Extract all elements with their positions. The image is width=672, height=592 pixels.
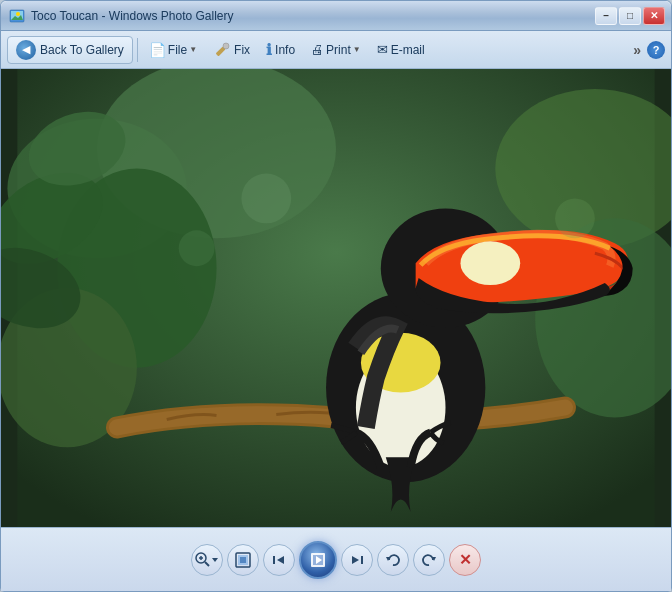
zoom-dropdown-icon <box>211 556 219 564</box>
toolbar-overflow-button[interactable]: » <box>629 40 645 60</box>
svg-rect-42 <box>361 556 363 564</box>
svg-line-30 <box>205 562 209 566</box>
previous-icon <box>272 553 286 567</box>
print-button[interactable]: Print ▼ <box>304 38 368 61</box>
photo-display <box>1 69 671 527</box>
help-button[interactable]: ? <box>647 41 665 59</box>
email-icon <box>377 42 388 57</box>
minimize-button[interactable]: – <box>595 7 617 25</box>
next-button[interactable] <box>341 544 373 576</box>
rotate-right-button[interactable] <box>413 544 445 576</box>
window-title: Toco Toucan - Windows Photo Gallery <box>31 9 595 23</box>
slideshow-button[interactable] <box>299 541 337 579</box>
close-button[interactable]: ✕ <box>643 7 665 25</box>
svg-point-26 <box>241 174 291 224</box>
svg-point-28 <box>555 198 595 238</box>
delete-icon: ✕ <box>459 551 472 569</box>
slideshow-icon <box>309 551 327 569</box>
app-icon <box>9 8 25 24</box>
svg-rect-37 <box>273 556 275 564</box>
maximize-button[interactable]: □ <box>619 7 641 25</box>
rotate-right-icon <box>421 552 437 568</box>
info-button[interactable]: Info <box>259 37 302 63</box>
svg-point-2 <box>16 12 20 16</box>
back-arrow-icon: ◀ <box>16 40 36 60</box>
actual-size-button[interactable] <box>227 544 259 576</box>
rotate-left-icon <box>385 552 401 568</box>
main-window: Toco Toucan - Windows Photo Gallery – □ … <box>0 0 672 592</box>
info-icon <box>266 41 272 59</box>
toolbar: ◀ Back To Gallery File ▼ Fix Info Print … <box>1 31 671 69</box>
fix-icon <box>213 41 231 59</box>
file-menu-button[interactable]: File ▼ <box>142 38 204 62</box>
toolbar-separator-1 <box>137 38 138 62</box>
back-to-gallery-button[interactable]: ◀ Back To Gallery <box>7 36 133 64</box>
svg-point-22 <box>460 241 520 285</box>
svg-rect-36 <box>240 557 246 563</box>
previous-button[interactable] <box>263 544 295 576</box>
print-icon <box>311 42 324 57</box>
bottom-controls: ✕ <box>1 527 671 591</box>
actual-size-icon <box>235 552 251 568</box>
svg-marker-33 <box>212 558 218 562</box>
svg-marker-43 <box>352 556 359 564</box>
print-dropdown-arrow: ▼ <box>353 45 361 54</box>
file-icon <box>149 42 166 58</box>
delete-button[interactable]: ✕ <box>449 544 481 576</box>
zoom-button[interactable] <box>191 544 223 576</box>
svg-marker-38 <box>277 556 284 564</box>
toucan-image <box>1 69 671 527</box>
zoom-icon <box>195 552 211 568</box>
file-dropdown-arrow: ▼ <box>189 45 197 54</box>
fix-button[interactable]: Fix <box>206 37 257 63</box>
next-icon <box>350 553 364 567</box>
rotate-left-button[interactable] <box>377 544 409 576</box>
svg-point-27 <box>179 230 215 266</box>
window-controls: – □ ✕ <box>595 7 665 25</box>
svg-point-5 <box>223 43 229 49</box>
email-button[interactable]: E-mail <box>370 38 432 61</box>
title-bar: Toco Toucan - Windows Photo Gallery – □ … <box>1 1 671 31</box>
